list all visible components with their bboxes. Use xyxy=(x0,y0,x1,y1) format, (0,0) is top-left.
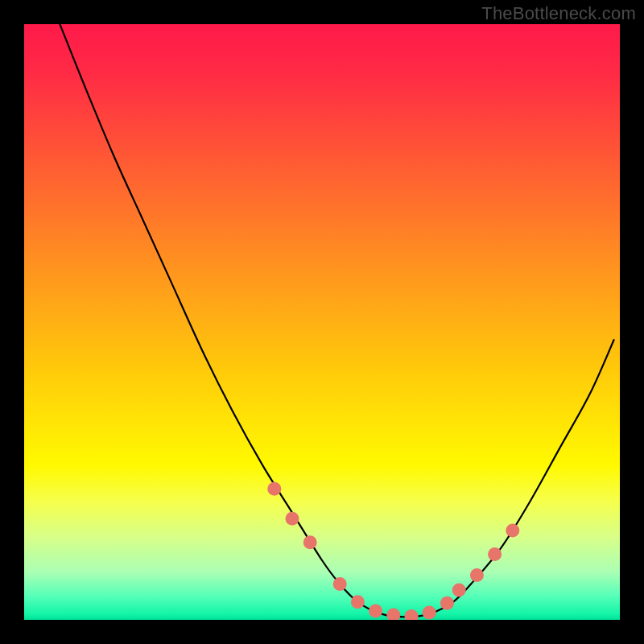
curve-marker xyxy=(440,597,454,610)
curve-marker xyxy=(386,609,400,620)
curve-marker xyxy=(333,577,347,591)
watermark-text: TheBottleneck.com xyxy=(481,3,636,24)
curve-marker xyxy=(369,604,382,617)
curve-marker xyxy=(351,595,365,609)
chart-overlay xyxy=(24,24,620,620)
curve-marker xyxy=(470,568,484,582)
curve-marker xyxy=(423,606,436,620)
curve-marker xyxy=(303,535,317,549)
curve-marker xyxy=(488,547,502,561)
bottleneck-curve xyxy=(60,24,613,617)
curve-marker xyxy=(286,512,299,526)
curve-marker xyxy=(452,584,466,597)
curve-marker xyxy=(267,482,281,496)
curve-marker xyxy=(405,609,419,620)
curve-markers xyxy=(267,482,519,620)
curve-marker xyxy=(506,524,519,538)
